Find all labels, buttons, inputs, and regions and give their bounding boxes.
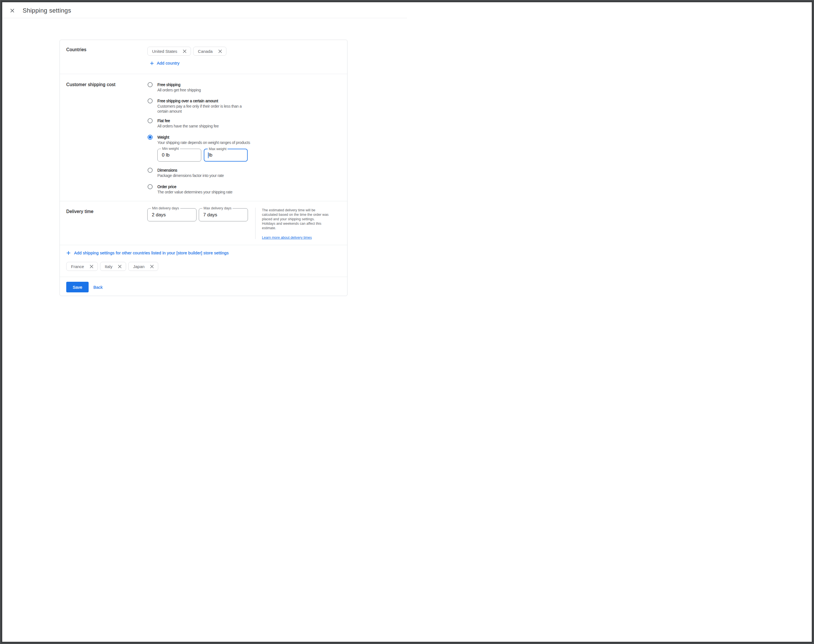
delivery-time-section: Delivery time Min delivery days 2 days M… [60,201,347,245]
customer-shipping-cost-label: Customer shipping cost [66,81,147,201]
add-country-button[interactable]: Add country [147,60,347,66]
vertical-divider [255,208,256,239]
remove-country-icon[interactable] [150,265,154,268]
radio-option-label: Dimensions [157,167,224,173]
radio-option-body: Free shipping All orders get free shippi… [157,82,201,92]
add-other-countries-label: Add shipping settings for other countrie… [74,250,228,256]
country-chip-france[interactable]: France [66,262,98,271]
radio-option-description: Package dimensions factor into your rate [157,173,224,178]
plus-icon [66,251,71,255]
delivery-note-column: The estimated delivery time will be calc… [262,208,329,240]
field-value: 7 days [199,212,217,218]
field-value: 0 lb [158,152,169,158]
country-chip-row: United States Canada [147,47,347,56]
min-delivery-days-field[interactable]: Min delivery days 2 days [147,208,196,221]
shipping-settings-card: Countries United States Canada [60,40,348,296]
radio-button[interactable] [147,184,153,189]
field-label: Min delivery days [151,207,180,210]
field-label: Max delivery days [202,207,233,210]
radio-option-body: Dimensions Package dimensions factor int… [157,167,224,178]
chip-label: Italy [105,264,113,269]
plus-icon [150,61,154,65]
remove-country-icon[interactable] [118,265,122,268]
radio-option-dimensions[interactable]: Dimensions Package dimensions factor int… [147,167,347,178]
min-weight-field[interactable]: Min weight 0 lb [157,149,201,161]
remove-country-icon[interactable] [218,49,222,53]
radio-button[interactable] [147,98,153,103]
close-icon[interactable] [9,7,16,14]
countries-label: Countries [66,46,147,74]
delivery-note: The estimated delivery time will be calc… [262,208,329,230]
radio-option-body: Weight Your shipping rate depends on wei… [157,135,250,161]
country-chip-japan[interactable]: Japan [128,262,158,271]
other-country-chip-row: France Italy Japan [66,262,347,271]
header: Shipping settings [0,0,407,18]
max-delivery-days-field[interactable]: Max delivery days 7 days [199,208,248,221]
radio-option-body: Flat fee All orders have the same shippi… [157,118,219,129]
radio-button[interactable] [147,82,153,87]
radio-option-weight[interactable]: Weight Your shipping rate depends on wei… [147,135,347,161]
countries-section: Countries United States Canada [60,40,347,74]
radio-option-description: Your shipping rate depends on weight ran… [157,140,250,145]
back-button[interactable]: Back [94,285,103,290]
country-chip-italy[interactable]: Italy [100,262,126,271]
field-value: lb [204,152,212,158]
radio-option-order-price[interactable]: Order price The order value determines y… [147,184,347,195]
chip-label: United States [152,49,177,54]
text-caret [208,152,208,158]
radio-option-description: Customers pay a fee only if their order … [157,104,252,114]
field-value: 2 days [147,212,166,218]
remove-country-icon[interactable] [90,265,94,268]
chip-label: Japan [133,264,144,269]
field-label: Min weight [161,147,180,151]
chip-label: France [71,264,84,269]
customer-shipping-cost-section: Customer shipping cost Free shipping All… [60,74,347,201]
radio-button[interactable] [147,168,153,173]
country-chip-united-states[interactable]: United States [147,47,191,56]
field-value-text: lb [209,152,212,158]
add-other-countries-button[interactable]: Add shipping settings for other countrie… [66,250,347,256]
radio-option-description: All orders get free shipping [157,87,201,92]
other-countries-section: Add shipping settings for other countrie… [60,245,347,277]
max-weight-field[interactable]: Max weight lb [204,149,248,161]
radio-option-label: Free shipping over a certain amount [157,98,252,104]
radio-option-label: Order price [157,184,232,190]
remove-country-icon[interactable] [183,49,187,53]
radio-option-body: Order price The order value determines y… [157,184,232,195]
learn-more-link[interactable]: Learn more about delivery times [262,235,312,240]
save-button[interactable]: Save [66,282,89,292]
actions-section: Save Back [60,277,347,296]
radio-option-label: Weight [157,135,250,140]
country-chip-canada[interactable]: Canada [193,47,227,56]
delivery-time-label: Delivery time [66,208,147,245]
radio-option-flat-fee[interactable]: Flat fee All orders have the same shippi… [147,118,347,129]
chip-label: Canada [198,49,213,54]
page-title: Shipping settings [23,7,71,14]
radio-option-free-shipping-over-amount[interactable]: Free shipping over a certain amount Cust… [147,98,347,114]
field-label: Max weight [208,147,228,151]
radio-option-body: Free shipping over a certain amount Cust… [157,98,252,114]
weight-fields-row: Min weight 0 lb Max weight lb [157,149,250,161]
radio-option-description: All orders have the same shipping fee [157,124,219,129]
add-country-label: Add country [157,60,179,66]
radio-option-free-shipping[interactable]: Free shipping All orders get free shippi… [147,82,347,92]
radio-button[interactable] [147,118,153,123]
radio-button-selected[interactable] [147,135,153,140]
radio-option-label: Free shipping [157,82,201,87]
actions-row: Save Back [66,282,347,292]
radio-option-description: The order value determines your shipping… [157,190,232,195]
radio-option-label: Flat fee [157,118,219,124]
